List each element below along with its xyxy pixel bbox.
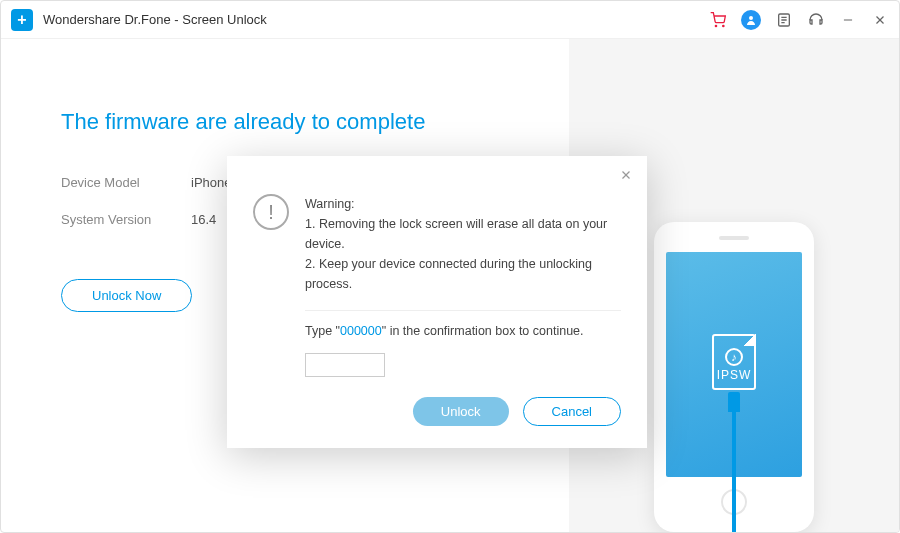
unlock-now-button[interactable]: Unlock Now [61,279,192,312]
feedback-icon[interactable] [775,11,793,29]
confirmation-input[interactable] [305,353,385,377]
svg-point-1 [723,25,724,26]
titlebar-actions [709,10,889,30]
ipsw-file-icon: ♪ IPSW [712,334,756,396]
warning-line-2: 2. Keep your device connected during the… [305,254,621,294]
warning-heading: Warning: [305,194,621,214]
phone-illustration: ♪ IPSW [654,222,814,532]
svg-point-0 [715,25,716,26]
close-button[interactable] [871,11,889,29]
dialog-footer: Unlock Cancel [253,397,621,426]
support-icon[interactable] [807,11,825,29]
minimize-button[interactable] [839,11,857,29]
dialog-close-button[interactable] [619,168,633,186]
system-version-label: System Version [61,212,191,227]
cart-icon[interactable] [709,11,727,29]
confirm-instruction: Type "000000" in the confirmation box to… [305,310,621,341]
system-version-value: 16.4 [191,212,216,227]
confirmation-dialog: ! Warning: 1. Removing the lock screen w… [227,156,647,448]
ipsw-label: IPSW [714,368,754,382]
app-logo-icon: + [11,9,33,31]
app-title: Wondershare Dr.Fone - Screen Unlock [43,12,267,27]
device-model-label: Device Model [61,175,191,190]
page-headline: The firmware are already to complete [61,109,519,135]
unlock-button[interactable]: Unlock [413,397,509,426]
dialog-text: Warning: 1. Removing the lock screen wil… [305,194,621,377]
warning-icon: ! [253,194,289,230]
confirm-code: 000000 [340,324,382,338]
phone-speaker-icon [719,236,749,240]
dialog-body: ! Warning: 1. Removing the lock screen w… [253,194,621,377]
titlebar: + Wondershare Dr.Fone - Screen Unlock [1,1,899,39]
warning-line-1: 1. Removing the lock screen will erase a… [305,214,621,254]
cancel-button[interactable]: Cancel [523,397,621,426]
user-icon[interactable] [741,10,761,30]
svg-point-2 [749,16,753,20]
cable-icon [726,392,742,533]
